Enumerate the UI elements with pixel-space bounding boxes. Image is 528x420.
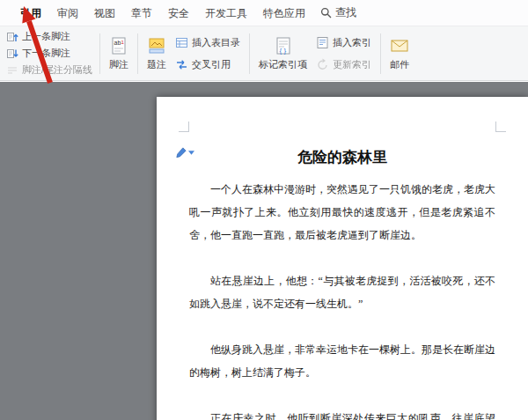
cross-reference-label: 交叉引用 [192,58,231,71]
index-page-icon [316,36,329,49]
caption-label: 题注 [147,58,166,71]
chevron-down-icon [188,151,194,155]
tab-references[interactable]: 引用 [12,0,49,26]
next-footnote-button[interactable]: 下一条脚注 [4,47,95,61]
index-tools-group: 插入索引 更新索引 [313,35,374,71]
mail-button[interactable]: 邮件 [385,33,414,74]
mark-index-entry-label: 标记索引项 [259,58,307,71]
margin-corner-mark [495,122,506,132]
mail-label: 邮件 [390,58,409,71]
footnote-button[interactable]: ab 1 脚注 [105,33,133,74]
pen-tool-button[interactable] [174,146,194,159]
update-index-label: 更新索引 [333,58,371,71]
footnote-nav-group: 上一条脚注 下一条脚注 脚注/尾注分隔线 [4,30,95,77]
find-label: 查找 [335,5,356,20]
table-grid-icon [175,36,188,49]
picture-caption-icon [147,36,166,55]
envelope-icon [390,36,409,55]
prev-footnote-button[interactable]: 上一条脚注 [4,30,95,44]
blue-pen-icon [174,146,187,159]
refresh-icon [316,58,329,71]
paragraph[interactable]: 他纵身跳入悬崖，非常幸运地卡在一棵树上。那是长在断崖边的梅树，树上结满了梅子。 [189,338,495,384]
magnifier-icon [320,7,332,18]
cross-reference-button[interactable]: 交叉引用 [172,57,243,71]
document-title[interactable]: 危险的森林里 [157,144,528,171]
insert-table-of-figures-button[interactable]: 插入表目录 [172,35,243,49]
ribbon-separator [380,33,381,74]
page-arrow-up-icon [6,31,18,43]
footnote-separator-label: 脚注/尾注分隔线 [22,63,92,77]
insert-index-label: 插入索引 [333,36,371,49]
ribbon-separator [137,33,138,74]
ribbon-separator [99,33,100,74]
prev-footnote-label: 上一条脚注 [22,30,70,43]
ribbon-separator [249,33,250,74]
insert-index-button[interactable]: 插入索引 [313,35,374,49]
tab-section[interactable]: 章节 [123,0,160,26]
find-button[interactable]: 查找 [320,5,356,20]
document-workspace: 危险的森林里 一个人在森林中漫游时，突然遇见了一只饥饿的老虎，老虎大吼一声就扑了… [0,82,528,420]
tab-special-apps[interactable]: 特色应用 [255,0,313,26]
document-page[interactable]: 危险的森林里 一个人在森林中漫游时，突然遇见了一只饥饿的老虎，老虎大吼一声就扑了… [157,97,528,420]
menu-bar: 引用 审阅 视图 章节 安全 开发工具 特色应用 查找 [0,0,528,26]
footnote-page-icon: ab 1 [109,36,128,55]
caption-tools-group: 插入表目录 交叉引用 [172,35,243,71]
mark-index-entry-button[interactable]: { } 标记索引项 [254,33,312,74]
svg-text:ab: ab [114,40,121,46]
paragraph[interactable]: 站在悬崖边上，他想：“与其被老虎捉到，活活被咬死，还不如跳入悬崖，说不定还有一线… [189,269,495,315]
double-arrows-icon [175,58,188,71]
svg-text:{ }: { } [279,46,286,54]
separator-lines-icon [6,64,18,77]
page-arrow-down-icon [6,48,18,60]
braces-page-icon: { } [274,36,293,55]
ribbon-toolbar: 上一条脚注 下一条脚注 脚注/尾注分隔线 ab 1 脚注 [0,26,528,81]
footnote-label: 脚注 [109,58,128,71]
update-index-button: 更新索引 [313,57,374,71]
paragraph[interactable]: 一个人在森林中漫游时，突然遇见了一只饥饿的老虎，老虎大吼一声就扑了上来。他立刻用… [189,178,495,247]
margin-corner-mark [179,122,189,132]
next-footnote-label: 下一条脚注 [22,47,70,60]
tab-view[interactable]: 视图 [86,0,123,26]
footnote-separator-button: 脚注/尾注分隔线 [4,63,95,77]
tab-review[interactable]: 审阅 [49,0,86,26]
caption-button[interactable]: 题注 [143,33,171,74]
tab-developer-tools[interactable]: 开发工具 [197,0,255,26]
tab-security[interactable]: 安全 [160,0,197,26]
paragraph[interactable]: 正在庆幸之时，他听到断崖深处传来巨大的吼声，往崖底望去，原来有一只凶猛的狮子正抬… [189,407,495,420]
document-body[interactable]: 一个人在森林中漫游时，突然遇见了一只饥饿的老虎，老虎大吼一声就扑了上来。他立刻用… [189,178,495,420]
insert-table-of-figures-label: 插入表目录 [192,36,240,49]
